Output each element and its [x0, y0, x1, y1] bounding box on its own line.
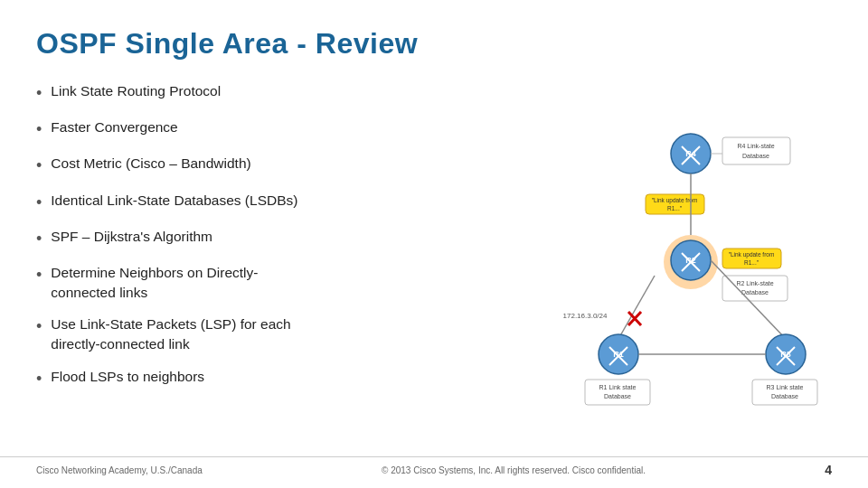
- bullet-dot-1: •: [36, 118, 42, 141]
- bullet-text-0: Link State Routing Protocol: [51, 81, 431, 101]
- r2-r1-line: [618, 276, 655, 339]
- bullet-list: •Link State Routing Protocol•Faster Conv…: [36, 77, 450, 447]
- bullet-text-2: Cost Metric (Cisco – Bandwidth): [51, 154, 431, 174]
- r2-db-label-1: R2 Link-state: [736, 280, 773, 286]
- diagram-area: R4 R4 Link-state Database "Link update f…: [450, 77, 832, 447]
- r3-db-label-2: Database: [771, 393, 798, 399]
- bullet-text-1: Faster Convergence: [51, 117, 431, 137]
- bullet-dot-0: •: [36, 82, 42, 105]
- footer-left: Cisco Networking Academy, U.S./Canada: [36, 465, 203, 475]
- bullet-text-5: Determine Neighbors on Directly-connecte…: [51, 263, 431, 302]
- subnet-label: 172.16.3.0/24: [562, 312, 607, 320]
- link-update-text-2b: R1...": [744, 259, 760, 266]
- r4-db-label-1: R4 Link-state: [737, 143, 774, 149]
- bullet-item-3: •Identical Link-State Databases (LSDBs): [36, 191, 432, 214]
- footer: Cisco Networking Academy, U.S./Canada © …: [0, 456, 868, 477]
- bullet-dot-7: •: [36, 368, 42, 390]
- router-r4-label: R4: [685, 149, 696, 158]
- slide-title: OSPF Single Area - Review: [36, 27, 832, 61]
- bullet-item-7: •Flood LSPs to neighbors: [36, 367, 432, 390]
- bullet-item-6: •Use Link-State Packets (LSP) for eachdi…: [36, 314, 432, 353]
- r1-db-label-1: R1 Link state: [599, 384, 636, 390]
- bullet-item-0: •Link State Routing Protocol: [36, 81, 432, 105]
- router-r2-label: R2: [685, 256, 696, 265]
- r2-db-label-2: Database: [741, 289, 769, 296]
- bullet-text-6: Use Link-State Packets (LSP) for eachdir…: [51, 314, 431, 353]
- router-r3-label: R3: [780, 350, 791, 359]
- bullet-text-3: Identical Link-State Databases (LSDBs): [51, 191, 431, 211]
- content-area: •Link State Routing Protocol•Faster Conv…: [36, 77, 832, 447]
- r1-db-label-2: Database: [604, 393, 631, 399]
- bullet-item-1: •Faster Convergence: [36, 117, 432, 141]
- bullet-item-4: •SPF – Dijkstra's Algorithm: [36, 227, 432, 250]
- r4-db-label-2: Database: [742, 153, 769, 159]
- link-update-text-2a: "Link update from: [728, 251, 774, 258]
- bullet-text-4: SPF – Dijkstra's Algorithm: [51, 227, 431, 247]
- footer-center: © 2013 Cisco Systems, Inc. All rights re…: [203, 465, 825, 475]
- network-diagram: R4 R4 Link-state Database "Link update f…: [451, 108, 831, 416]
- bullet-dot-5: •: [36, 264, 42, 286]
- r3-db-label-1: R3 Link state: [766, 384, 803, 390]
- bullet-dot-4: •: [36, 228, 42, 250]
- bullet-dot-6: •: [36, 315, 42, 338]
- bullet-item-5: •Determine Neighbors on Directly-connect…: [36, 263, 432, 302]
- footer-right: 4: [825, 463, 832, 477]
- router-r1-label: R1: [613, 350, 624, 359]
- slide: OSPF Single Area - Review •Link State Ro…: [0, 0, 868, 488]
- r4-db-box: [722, 137, 790, 164]
- bullet-text-7: Flood LSPs to neighbors: [51, 367, 431, 387]
- link-update-text-1b: R1...": [667, 205, 683, 211]
- bullet-item-2: •Cost Metric (Cisco – Bandwidth): [36, 154, 432, 177]
- bullet-dot-2: •: [36, 155, 42, 177]
- bullet-dot-3: •: [36, 192, 42, 214]
